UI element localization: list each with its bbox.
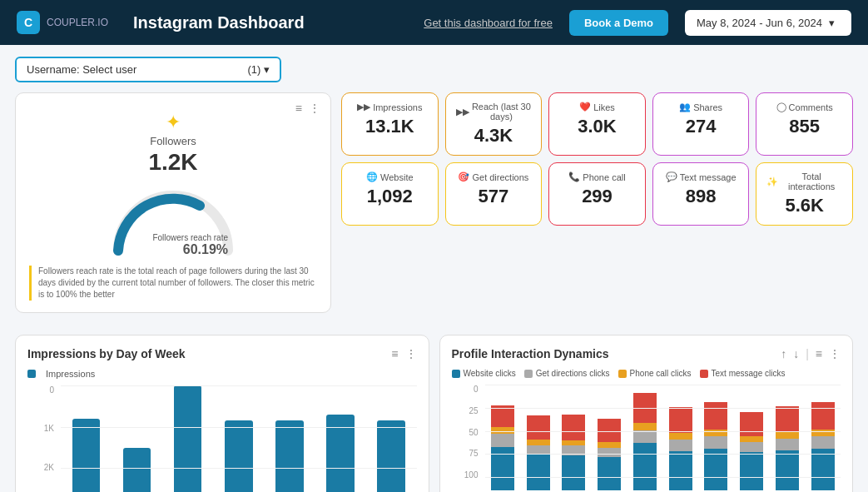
followers-content: ✦ Followers 1.2K Followers reach rate 60…: [29, 105, 317, 301]
interaction-bar-chart: 125 100 75 50 25 0 May 8May 9May 10May 1…: [452, 385, 841, 492]
stacked-bar-group: May 17: [805, 376, 841, 492]
bar-segment: [491, 427, 514, 434]
gauge-container: Followers reach rate 60.19%: [107, 182, 240, 257]
card-value-impressions: 13.1K: [365, 116, 414, 137]
bar-stack: [598, 419, 621, 490]
card-label-website: 🌐 Website: [366, 171, 414, 182]
stacked-y-axis: 125 100 75 50 25 0: [452, 385, 482, 492]
chart-actions-2: ↑ ↓ | ≡ ⋮: [781, 347, 841, 360]
card-comments: ◯ Comments 855: [756, 92, 853, 156]
card-label-total: ✨ Total interactions: [766, 171, 842, 191]
bar-y-axis: 3K 2K 1K 0: [27, 385, 57, 492]
chevron-down-icon: ▾: [829, 17, 835, 29]
bar-segment: [491, 434, 514, 447]
bar-stack: [669, 407, 692, 490]
filter-icon[interactable]: ≡: [816, 347, 822, 360]
card-icon-reach: ▶▶: [456, 107, 469, 117]
dashboard-link[interactable]: Get this dashboard for free: [424, 17, 553, 29]
count-badge: (1): [247, 63, 260, 76]
bar-segment: [598, 448, 621, 457]
stats-row: ≡ ⋮ ✦ Followers 1.2K Followers reach r: [15, 92, 853, 323]
card-label-textmsg: 💬 Text message: [666, 171, 737, 182]
bar-stack: [704, 402, 727, 490]
card-icon-textmsg: 💬: [666, 171, 677, 182]
bar-segment: [669, 433, 692, 440]
more-icon[interactable]: ⋮: [405, 347, 417, 360]
bar-group: Tuesday: [264, 382, 315, 492]
followers-label: Followers: [150, 135, 196, 147]
bar-group: Friday: [112, 382, 162, 492]
card-website: 🌐 Website 1,092: [341, 162, 439, 226]
card-icon-directions: 🎯: [458, 171, 469, 182]
followers-widget: ≡ ⋮ ✦ Followers 1.2K Followers reach r: [15, 92, 331, 313]
bar-segment: [633, 443, 657, 490]
card-icon-impressions: ▶▶: [357, 102, 370, 112]
card-icon-total: ✨: [766, 176, 778, 187]
stacked-bar-group: May 14: [698, 376, 734, 492]
more-icon[interactable]: ⋮: [829, 347, 841, 360]
bar: [326, 415, 355, 492]
filter-icon[interactable]: ≡: [391, 347, 398, 360]
card-value-website: 1,092: [367, 186, 413, 207]
legend-label: Impressions: [46, 369, 95, 379]
bar-segment: [776, 432, 799, 439]
card-value-comments: 855: [789, 116, 820, 137]
bar-segment: [740, 412, 763, 436]
bar-segment: [811, 430, 835, 436]
book-demo-button[interactable]: Book a Demo: [569, 10, 668, 36]
filter-icon[interactable]: ≡: [295, 102, 302, 115]
date-range-picker[interactable]: May 8, 2024 - Jun 6, 2024 ▾: [685, 10, 851, 36]
bar-segment: [598, 419, 621, 442]
bar-stack: [491, 405, 514, 490]
bar-group: Sunday: [365, 382, 416, 492]
bar-segment: [491, 405, 514, 427]
card-likes: ❤️ Likes 3.0K: [548, 92, 646, 156]
card-label-phone: 📞 Phone call: [568, 171, 625, 182]
username-select[interactable]: Username: Select user (1) ▾: [15, 57, 281, 82]
card-label-impressions: ▶▶ Impressions: [357, 102, 422, 112]
card-label-directions: 🎯 Get directions: [458, 171, 528, 182]
card-icon-website: 🌐: [366, 171, 378, 182]
app-header: C COUPLER.IO Instagram Dashboard Get thi…: [0, 0, 868, 45]
card-reach: ▶▶ Reach (last 30 days) 4.3K: [445, 92, 543, 156]
bar-stack: [527, 415, 550, 490]
card-phone: 📞 Phone call 299: [548, 162, 646, 226]
bar-stack: [776, 406, 799, 490]
stacked-bar-group: May 16: [770, 376, 806, 492]
logo: C COUPLER.IO: [17, 11, 117, 34]
charts-row: Impressions by Day of Week ≡ ⋮ Impressio…: [15, 335, 853, 492]
widget-toolbar: ≡ ⋮: [295, 102, 320, 115]
bar-segment: [776, 450, 799, 490]
logo-text: COUPLER.IO: [47, 17, 108, 28]
bar-group: Saturday: [61, 382, 112, 492]
impressions-chart-title: Impressions by Day of Week: [27, 347, 186, 360]
bar-segment: [704, 436, 727, 449]
bar-segment: [669, 451, 692, 490]
bar: [225, 420, 253, 492]
card-value-shares: 274: [686, 116, 717, 137]
bar-stack: [633, 392, 657, 490]
interaction-chart-card: Profile Interaction Dynamics ↑ ↓ | ≡ ⋮ W…: [439, 335, 854, 492]
bar-group: Wednesday: [213, 382, 264, 492]
bar-segment: [669, 407, 692, 433]
bar-segment: [740, 452, 763, 490]
bar-segment: [598, 442, 621, 448]
bar-stack: [562, 414, 585, 490]
bar-segment: [776, 439, 799, 450]
more-icon[interactable]: ⋮: [309, 102, 320, 115]
stacked-chart-bars: May 8May 9May 10May 11May 12May 13May 14…: [485, 376, 841, 492]
up-icon[interactable]: ↑: [781, 347, 786, 360]
bar: [377, 420, 405, 492]
card-label-reach: ▶▶ Reach (last 30 days): [456, 102, 532, 122]
page-title: Instagram Dashboard: [133, 13, 407, 32]
down-icon[interactable]: ↓: [793, 347, 799, 360]
bar-segment: [527, 415, 550, 440]
card-icon-comments: ◯: [776, 102, 786, 112]
card-directions: 🎯 Get directions 577: [445, 162, 543, 226]
card-value-reach: 4.3K: [474, 125, 513, 147]
followers-note: Followers reach rate is the total reach …: [29, 266, 317, 301]
stacked-bar-group: May 13: [662, 376, 698, 492]
stacked-bar-group: May 12: [627, 376, 663, 492]
bar-segment: [633, 393, 657, 423]
bar: [174, 385, 202, 492]
